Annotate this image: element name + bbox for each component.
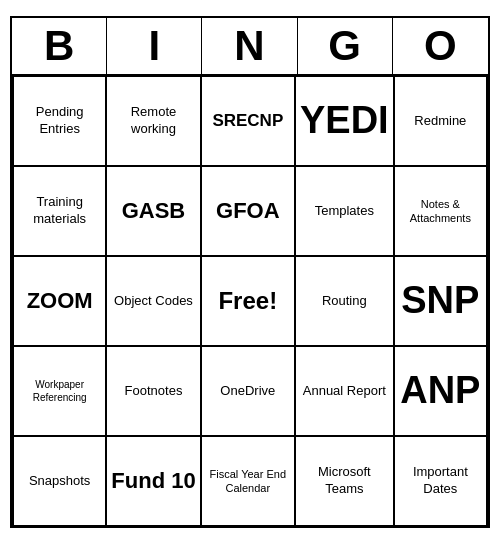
cell-11: Object Codes <box>106 256 200 346</box>
cell-15: Workpaper Referencing <box>12 346 106 436</box>
header-o: O <box>393 18 488 74</box>
bingo-header: B I N G O <box>12 18 488 76</box>
cell-18: Annual Report <box>295 346 394 436</box>
cell-9: Notes & Attachments <box>394 166 488 256</box>
cell-19: ANP <box>394 346 488 436</box>
cell-20: Snapshots <box>12 436 106 526</box>
cell-22: Fiscal Year End Calendar <box>201 436 295 526</box>
cell-0: Pending Entries <box>12 76 106 166</box>
header-g: G <box>298 18 393 74</box>
cell-13: Routing <box>295 256 394 346</box>
cell-14: SNP <box>394 256 488 346</box>
cell-17: OneDrive <box>201 346 295 436</box>
cell-16: Footnotes <box>106 346 200 436</box>
bingo-grid: Pending Entries Remote working SRECNP YE… <box>12 76 488 526</box>
cell-23: Microsoft Teams <box>295 436 394 526</box>
cell-1: Remote working <box>106 76 200 166</box>
cell-21: Fund 10 <box>106 436 200 526</box>
cell-3: YEDI <box>295 76 394 166</box>
cell-2: SRECNP <box>201 76 295 166</box>
header-i: I <box>107 18 202 74</box>
cell-10: ZOOM <box>12 256 106 346</box>
cell-5: Training materials <box>12 166 106 256</box>
cell-4: Redmine <box>394 76 488 166</box>
cell-12-free: Free! <box>201 256 295 346</box>
cell-8: Templates <box>295 166 394 256</box>
header-b: B <box>12 18 107 74</box>
cell-7: GFOA <box>201 166 295 256</box>
header-n: N <box>202 18 297 74</box>
bingo-card: B I N G O Pending Entries Remote working… <box>10 16 490 528</box>
cell-6: GASB <box>106 166 200 256</box>
cell-24: Important Dates <box>394 436 488 526</box>
